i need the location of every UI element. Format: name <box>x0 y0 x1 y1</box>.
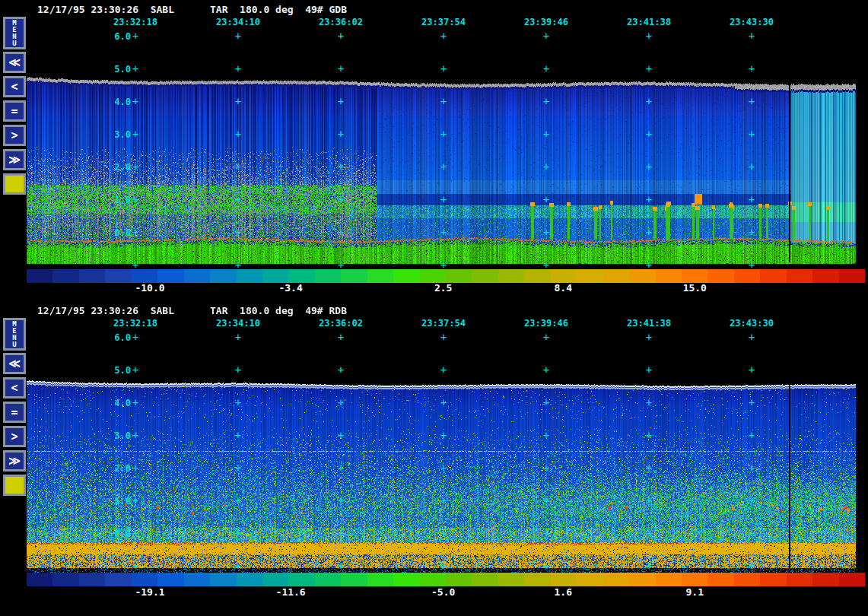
grid-tick-icon: + <box>646 331 652 343</box>
colorbar-segment <box>393 573 419 586</box>
fast-rewind-button[interactable]: ≪ <box>3 353 26 374</box>
grid-tick-icon: + <box>749 62 755 75</box>
panel-header: 12/17/95 23:30:26 SABL TAR 180.0 deg 49#… <box>37 4 347 15</box>
fast-forward-button[interactable]: ≫ <box>3 149 26 170</box>
colorbar-segment <box>812 573 838 586</box>
altitude-label: 2.0 <box>105 162 131 173</box>
colorbar-segment <box>656 269 682 283</box>
grid-tick-icon: + <box>338 160 344 173</box>
grid-tick-icon: + <box>646 259 652 271</box>
gdb-colorbar <box>27 269 865 283</box>
gdb-panel: 12/17/95 23:30:26 SABL TAR 180.0 deg 49#… <box>0 0 868 301</box>
colorbar-segment <box>656 573 682 586</box>
menu-button[interactable]: MENU <box>3 17 26 49</box>
panel-header: 12/17/95 23:30:26 SABL TAR 180.0 deg 49#… <box>37 305 347 316</box>
grid-tick-icon: + <box>646 396 652 408</box>
grid-tick-icon: + <box>646 128 652 140</box>
altitude-label: 3.0 <box>105 129 131 140</box>
altitude-label: 0.0 <box>105 529 131 539</box>
color-swatch-button[interactable] <box>3 475 26 496</box>
colorbar-segment <box>629 573 655 586</box>
grid-tick-icon: + <box>543 462 549 474</box>
grid-tick-icon: + <box>749 364 755 376</box>
grid-tick-icon: + <box>235 95 241 107</box>
grid-tick-icon: + <box>749 462 755 474</box>
colorbar-segment <box>79 269 105 283</box>
grid-tick-icon: + <box>132 462 138 474</box>
menu-button[interactable]: MENU <box>3 318 26 351</box>
altitude-label: 3.0 <box>105 430 131 441</box>
color-swatch-button[interactable] <box>3 173 26 195</box>
colorbar-segment <box>27 573 52 586</box>
colorbar-segment <box>157 573 183 586</box>
colorbar-segment <box>839 573 865 586</box>
grid-tick-icon: + <box>749 193 755 205</box>
time-label: 23:32:18 <box>113 17 157 27</box>
colorbar-segment <box>315 269 341 283</box>
grid-tick-icon: + <box>132 226 138 238</box>
grid-tick-icon: + <box>338 128 344 140</box>
grid-tick-icon: + <box>338 364 344 376</box>
colorbar-segment <box>577 269 603 283</box>
grid-tick-icon: + <box>543 193 549 205</box>
colorbar-segment <box>812 269 838 283</box>
grid-tick-icon: + <box>749 259 755 271</box>
colorbar-segment <box>341 573 367 586</box>
colorbar-segment <box>79 573 105 586</box>
grid-tick-icon: + <box>132 160 138 173</box>
grid-tick-icon: + <box>543 364 549 376</box>
grid-tick-icon: + <box>440 462 447 474</box>
colorbar-segment <box>760 269 786 283</box>
fast-rewind-button[interactable]: ≪ <box>3 52 26 73</box>
fast-forward-button[interactable]: ≫ <box>3 450 26 472</box>
colorbar-segment <box>105 269 131 283</box>
step-back-button[interactable]: < <box>3 76 26 97</box>
grid-tick-icon: + <box>543 62 549 75</box>
step-back-button[interactable]: < <box>3 377 26 398</box>
colorbar-segment <box>315 573 341 586</box>
pause-button[interactable]: = <box>3 100 26 122</box>
grid-tick-icon: + <box>440 560 447 572</box>
grid-tick-icon: + <box>543 494 549 506</box>
colorbar-segment <box>237 269 262 283</box>
grid-tick-icon: + <box>132 259 138 271</box>
grid-tick-icon: + <box>338 527 344 539</box>
sabl-display: 12/17/95 23:30:26 SABL TAR 180.0 deg 49#… <box>0 0 868 616</box>
pause-button[interactable]: = <box>3 402 26 423</box>
step-forward-button[interactable]: > <box>3 426 26 447</box>
time-label: 23:43:30 <box>730 318 774 329</box>
grid-tick-icon: + <box>749 226 755 238</box>
grid-tick-icon: + <box>646 527 652 539</box>
grid-tick-icon: + <box>235 193 241 205</box>
colorbar-segment <box>184 269 210 283</box>
grid-tick-icon: + <box>235 331 241 343</box>
grid-tick-icon: + <box>338 494 344 506</box>
time-label: 23:41:38 <box>627 17 671 27</box>
colorbar-segment <box>446 269 472 283</box>
colorbar-tick-label: 15.0 <box>683 282 707 294</box>
grid-tick-icon: + <box>543 95 549 107</box>
colorbar-segment <box>210 573 236 586</box>
colorbar-segment <box>734 573 760 586</box>
colorbar-segment <box>603 573 629 586</box>
step-forward-button[interactable]: > <box>3 125 26 146</box>
grid-tick-icon: + <box>646 30 652 42</box>
colorbar-segment <box>367 269 393 283</box>
time-label: 23:41:38 <box>627 318 671 329</box>
grid-tick-icon: + <box>749 128 755 140</box>
grid-tick-icon: + <box>338 396 344 408</box>
colorbar-segment <box>262 573 288 586</box>
grid-tick-icon: + <box>338 193 344 205</box>
grid-tick-icon: + <box>235 494 241 506</box>
grid-tick-icon: + <box>338 95 344 107</box>
grid-tick-icon: + <box>338 331 344 343</box>
time-label: 23:36:02 <box>319 318 363 329</box>
grid-tick-icon: + <box>749 95 755 107</box>
colorbar-segment <box>603 269 629 283</box>
rdb-colorbar <box>27 573 865 586</box>
colorbar-segment <box>420 573 446 586</box>
grid-tick-icon: + <box>440 160 447 173</box>
grid-tick-icon: + <box>235 259 241 271</box>
grid-tick-icon: + <box>440 30 447 42</box>
grid-tick-icon: + <box>132 429 138 441</box>
